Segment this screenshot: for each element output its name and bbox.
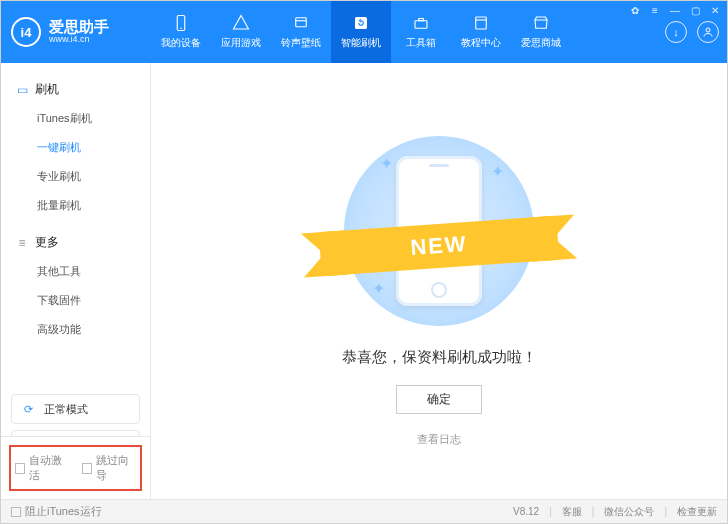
sidebar-footer-highlight: 自动激活 跳过向导 <box>9 445 142 491</box>
nav-label: 智能刷机 <box>341 36 381 50</box>
svg-point-9 <box>706 28 710 32</box>
nav-mall[interactable]: 爱思商城 <box>511 1 571 63</box>
svg-rect-7 <box>476 17 487 29</box>
success-message: 恭喜您，保资料刷机成功啦！ <box>342 348 537 367</box>
nav-ringtone[interactable]: 铃声壁纸 <box>271 1 331 63</box>
nav-tools[interactable]: 工具箱 <box>391 1 451 63</box>
main-panel: ✦ ✦ ✦ NEW 恭喜您，保资料刷机成功啦！ 确定 查看日志 <box>151 63 727 499</box>
phone-outline-icon: ▭ <box>15 83 29 97</box>
sparkle-icon: ✦ <box>491 162 504 181</box>
main-navbar: 我的设备 应用游戏 铃声壁纸 智能刷机 工具箱 教程中心 <box>151 1 657 63</box>
new-ribbon: NEW <box>319 215 559 275</box>
nav-label: 应用游戏 <box>221 36 261 50</box>
sidebar-item-itunes[interactable]: iTunes刷机 <box>1 104 150 133</box>
nav-device[interactable]: 我的设备 <box>151 1 211 63</box>
sparkle-icon: ✦ <box>372 279 385 298</box>
separator: | <box>592 506 595 517</box>
nav-tutorials[interactable]: 教程中心 <box>451 1 511 63</box>
block-itunes-label: 阻止iTunes运行 <box>25 504 102 519</box>
ribbon-text: NEW <box>409 231 468 261</box>
support-link[interactable]: 客服 <box>562 505 582 519</box>
separator: | <box>664 506 667 517</box>
skip-wizard-checkbox[interactable]: 跳过向导 <box>82 453 137 483</box>
download-icon[interactable]: ↓ <box>665 21 687 43</box>
sidebar: ▭ 刷机 iTunes刷机 一键刷机 专业刷机 批量刷机 ≡ 更多 <box>1 63 151 499</box>
sidebar-item-oneclick[interactable]: 一键刷机 <box>1 133 150 162</box>
brand-url: www.i4.cn <box>49 35 109 45</box>
content-body: ▭ 刷机 iTunes刷机 一键刷机 专业刷机 批量刷机 ≡ 更多 <box>1 63 727 499</box>
user-icon[interactable] <box>697 21 719 43</box>
brand[interactable]: i4 爱思助手 www.i4.cn <box>1 1 151 63</box>
sidebar-head-more[interactable]: ≡ 更多 <box>1 228 150 257</box>
sidebar-item-batch[interactable]: 批量刷机 <box>1 191 150 220</box>
sidebar-item-advanced[interactable]: 高级功能 <box>1 315 150 344</box>
maximize-icon[interactable]: ▢ <box>688 3 702 17</box>
skip-wizard-label: 跳过向导 <box>96 453 136 483</box>
toolbox-icon <box>412 14 430 32</box>
check-update-link[interactable]: 检查更新 <box>677 505 717 519</box>
sparkle-icon: ✦ <box>380 154 393 173</box>
svg-rect-5 <box>415 21 427 29</box>
nav-label: 工具箱 <box>406 36 436 50</box>
sidebar-item-othertools[interactable]: 其他工具 <box>1 257 150 286</box>
apps-icon <box>232 14 250 32</box>
ok-button[interactable]: 确定 <box>396 385 482 414</box>
sidebar-section-flash: ▭ 刷机 iTunes刷机 一键刷机 专业刷机 批量刷机 <box>1 71 150 224</box>
sidebar-item-firmware[interactable]: 下载固件 <box>1 286 150 315</box>
close-icon[interactable]: ✕ <box>708 3 722 17</box>
app-window: i4 爱思助手 www.i4.cn 我的设备 应用游戏 铃声壁纸 智能刷机 <box>0 0 728 524</box>
sidebar-head-flash[interactable]: ▭ 刷机 <box>1 75 150 104</box>
separator: | <box>549 506 552 517</box>
sidebar-head-label: 刷机 <box>35 81 59 98</box>
svg-point-1 <box>180 28 182 30</box>
brand-name: 爱思助手 <box>49 19 109 36</box>
status-bar: 阻止iTunes运行 V8.12 | 客服 | 微信公众号 | 检查更新 <box>1 499 727 523</box>
version-label: V8.12 <box>513 506 539 517</box>
wechat-link[interactable]: 微信公众号 <box>604 505 654 519</box>
mode-label: 正常模式 <box>44 402 88 417</box>
phone-icon <box>172 14 190 32</box>
skin-icon[interactable]: ✿ <box>628 3 642 17</box>
book-icon <box>472 14 490 32</box>
nav-apps[interactable]: 应用游戏 <box>211 1 271 63</box>
refresh-circle-icon: ⟳ <box>20 401 36 417</box>
nav-label: 教程中心 <box>461 36 501 50</box>
success-illustration: ✦ ✦ ✦ NEW <box>344 136 534 326</box>
svg-rect-6 <box>419 19 424 21</box>
brand-logo-icon: i4 <box>11 17 41 47</box>
shop-icon <box>532 14 550 32</box>
refresh-icon <box>352 14 370 32</box>
window-controls: ✿ ≡ — ▢ ✕ <box>624 0 726 20</box>
mode-box[interactable]: ⟳ 正常模式 <box>11 394 140 424</box>
block-itunes-checkbox[interactable]: 阻止iTunes运行 <box>11 504 102 519</box>
svg-rect-2 <box>296 18 307 27</box>
sidebar-item-pro[interactable]: 专业刷机 <box>1 162 150 191</box>
nav-label: 我的设备 <box>161 36 201 50</box>
music-note-icon <box>292 14 310 32</box>
nav-label: 爱思商城 <box>521 36 561 50</box>
sidebar-head-label: 更多 <box>35 234 59 251</box>
sidebar-section-more: ≡ 更多 其他工具 下载固件 高级功能 <box>1 224 150 348</box>
menu-icon[interactable]: ≡ <box>648 3 662 17</box>
checkbox-icon <box>15 463 25 474</box>
sidebar-footer: 自动激活 跳过向导 <box>1 436 150 499</box>
header-bar: i4 爱思助手 www.i4.cn 我的设备 应用游戏 铃声壁纸 智能刷机 <box>1 1 727 63</box>
auto-activate-label: 自动激活 <box>29 453 69 483</box>
svg-rect-4 <box>355 17 367 29</box>
nav-label: 铃声壁纸 <box>281 36 321 50</box>
minimize-icon[interactable]: — <box>668 3 682 17</box>
nav-flash[interactable]: 智能刷机 <box>331 1 391 63</box>
checkbox-icon <box>82 463 92 474</box>
checkbox-icon <box>11 507 21 517</box>
menu-lines-icon: ≡ <box>15 236 29 250</box>
view-log-link[interactable]: 查看日志 <box>417 432 461 447</box>
auto-activate-checkbox[interactable]: 自动激活 <box>15 453 70 483</box>
